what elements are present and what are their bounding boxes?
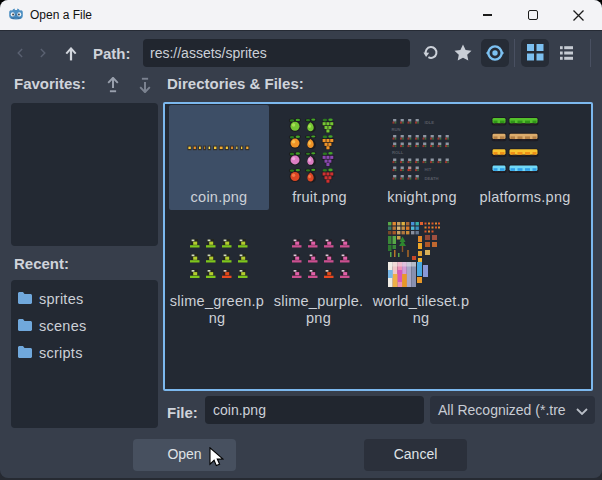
svg-text:RUN: RUN xyxy=(392,127,401,132)
svg-text:HIT: HIT xyxy=(425,167,432,172)
svg-text:IDLE: IDLE xyxy=(425,120,435,125)
svg-text:DEATH: DEATH xyxy=(425,176,439,180)
svg-text:ROLL: ROLL xyxy=(392,150,404,155)
